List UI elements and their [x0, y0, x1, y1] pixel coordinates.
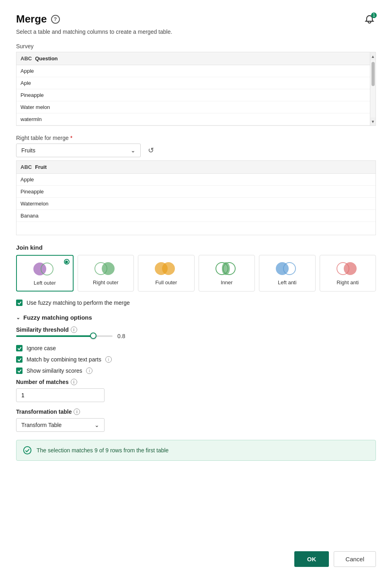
table-row[interactable]: Watermelon	[16, 198, 376, 210]
refresh-icon[interactable]: ↺	[146, 145, 156, 156]
footer-buttons: OK Cancel	[16, 547, 376, 567]
join-option-label: Right anti	[337, 279, 359, 285]
transformation-table-dropdown[interactable]: Transform Table ⌄	[16, 418, 105, 432]
join-kind-label: Join kind	[16, 244, 376, 251]
table-row[interactable]: Apple	[16, 174, 376, 186]
full-outer-venn	[155, 261, 177, 276]
inner-venn	[215, 261, 238, 276]
slider-value: 0.8	[117, 333, 125, 339]
join-option-label: Right outer	[93, 279, 119, 285]
right-table-label: Right table for merge *	[16, 135, 376, 141]
ignore-case-checkbox[interactable]	[16, 345, 23, 351]
success-check-icon	[23, 446, 32, 455]
left-table-header: ABC Question	[16, 52, 376, 65]
right-outer-venn	[94, 261, 117, 276]
number-of-matches-input[interactable]	[16, 388, 105, 402]
table-row[interactable]: Aple	[16, 77, 376, 89]
transform-dropdown-chevron: ⌄	[94, 422, 99, 428]
join-option-label: Inner	[221, 279, 233, 285]
svg-point-0	[24, 447, 31, 454]
show-scores-checkbox[interactable]	[16, 367, 23, 374]
fuzzy-matching-row: Use fuzzy matching to perform the merge	[16, 300, 376, 306]
dropdown-chevron-icon: ⌄	[131, 147, 135, 154]
left-table-label: Survey	[16, 43, 376, 49]
slider-row: 0.8	[16, 333, 376, 339]
table-row[interactable]: watermln	[16, 113, 376, 125]
ignore-case-row: Ignore case	[16, 345, 376, 351]
right-table-dropdown[interactable]: Fruits ⌄	[16, 144, 141, 157]
match-combining-row: Match by combining text parts i	[16, 356, 376, 363]
join-option-right-anti[interactable]: Right anti	[320, 255, 376, 292]
scroll-thumb[interactable]	[370, 60, 376, 117]
fuzzy-matching-label: Use fuzzy matching to perform the merge	[27, 300, 130, 306]
dialog-subtitle: Select a table and matching columns to c…	[16, 29, 376, 35]
slider-thumb[interactable]	[90, 333, 96, 339]
right-table: ABC Fruit Apple Pineapple Watermelon Ban…	[16, 160, 376, 235]
join-option-full-outer[interactable]: Full outer	[138, 255, 195, 292]
table-row[interactable]: Pineapple	[16, 89, 376, 101]
table-row[interactable]: Water melon	[16, 101, 376, 113]
match-combining-info-icon[interactable]: i	[105, 356, 112, 363]
similarity-slider[interactable]	[16, 335, 113, 337]
join-option-label: Left anti	[278, 279, 296, 285]
transformation-table-label: Transformation table i	[16, 409, 376, 415]
left-outer-venn	[33, 261, 56, 277]
scroll-up-icon[interactable]: ▲	[370, 52, 376, 60]
notification-icon[interactable]: 1	[364, 13, 376, 25]
fuzzy-options-title: ⌄ Fuzzy matching options	[16, 314, 376, 321]
show-scores-row: Show similarity scores i	[16, 367, 376, 374]
right-col-header: Fruit	[35, 164, 47, 170]
transformation-table-value: Transform Table	[21, 422, 62, 428]
transformation-table-info-icon[interactable]: i	[74, 409, 80, 415]
similarity-threshold-label: Similarity threshold i	[16, 326, 376, 333]
join-options: Left outer Right outer Full outer	[16, 255, 376, 292]
right-table-dropdown-value: Fruits	[21, 147, 35, 154]
ignore-case-label: Ignore case	[27, 345, 56, 351]
right-table-header: ABC Fruit	[16, 161, 376, 174]
left-anti-venn	[276, 261, 298, 276]
fuzzy-matching-checkbox[interactable]	[16, 300, 23, 306]
match-combining-checkbox[interactable]	[16, 356, 23, 363]
slider-fill	[16, 335, 93, 337]
right-anti-venn	[337, 261, 359, 276]
join-option-right-outer[interactable]: Right outer	[78, 255, 134, 292]
join-option-left-anti[interactable]: Left anti	[259, 255, 316, 292]
join-option-inner[interactable]: Inner	[199, 255, 255, 292]
table-row[interactable]: Apple	[16, 65, 376, 77]
dialog-title: Merge	[16, 13, 47, 25]
number-of-matches-label: Number of matches i	[16, 379, 376, 385]
show-scores-label: Show similarity scores	[27, 367, 82, 374]
show-scores-info-icon[interactable]: i	[86, 367, 92, 374]
table-row[interactable]: Banana	[16, 210, 376, 222]
success-banner: The selection matches 9 of 9 rows from t…	[16, 440, 376, 461]
table-row	[16, 222, 376, 235]
match-combining-label: Match by combining text parts	[27, 356, 101, 363]
join-option-label: Full outer	[155, 279, 177, 285]
table-row[interactable]: Pineapple	[16, 186, 376, 198]
ok-button[interactable]: OK	[294, 551, 329, 567]
help-icon[interactable]: ?	[51, 15, 60, 24]
left-table-scrollbar[interactable]: ▲ ▼	[370, 52, 376, 125]
join-option-left-outer[interactable]: Left outer	[16, 255, 74, 292]
right-col-type-icon: ABC	[21, 164, 32, 170]
left-col-header: Question	[35, 55, 57, 62]
join-option-label: Left outer	[34, 280, 56, 286]
required-star: *	[70, 135, 72, 141]
number-matches-info-icon[interactable]: i	[71, 379, 77, 385]
cancel-button[interactable]: Cancel	[334, 551, 376, 567]
selected-indicator	[64, 259, 70, 265]
left-table: ABC Question Apple Aple Pineapple Water …	[16, 52, 376, 126]
chevron-down-icon[interactable]: ⌄	[16, 315, 20, 320]
left-col-type-icon: ABC	[21, 55, 32, 62]
success-message: The selection matches 9 of 9 rows from t…	[37, 447, 168, 454]
similarity-info-icon[interactable]: i	[71, 326, 77, 333]
notification-badge: 1	[371, 12, 377, 18]
fuzzy-options-section: ⌄ Fuzzy matching options Similarity thre…	[16, 314, 376, 440]
scroll-down-icon[interactable]: ▼	[370, 117, 376, 125]
